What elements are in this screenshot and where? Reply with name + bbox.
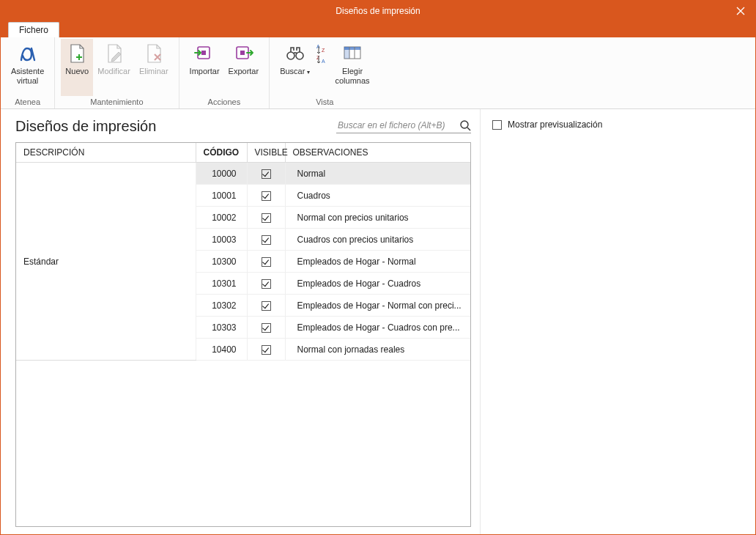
cell-codigo: 10302: [196, 295, 247, 317]
data-grid[interactable]: DESCRIPCIÓN CÓDIGO VISIBLE OBSERVACIONES…: [16, 143, 470, 361]
table-row[interactable]: Estándar10000Normal: [16, 163, 470, 185]
th-descripcion[interactable]: DESCRIPCIÓN: [16, 143, 196, 163]
svg-rect-2: [201, 51, 206, 55]
checkbox-icon: [262, 213, 271, 223]
th-visible[interactable]: VISIBLE: [247, 143, 285, 163]
importar-button[interactable]: Importar: [185, 39, 224, 96]
checkbox-icon: [262, 257, 271, 267]
sort-az-icon: A Z Z A: [316, 42, 329, 65]
right-pane: Mostrar previsualización: [481, 109, 755, 534]
close-button[interactable]: [726, 1, 755, 21]
search-icon[interactable]: [459, 119, 471, 131]
asistente-virtual-button[interactable]: Asistente virtual: [7, 39, 48, 96]
cell-observaciones: Normal: [285, 163, 470, 185]
modificar-button[interactable]: Modificar: [93, 39, 135, 96]
eliminar-button[interactable]: Eliminar: [135, 39, 173, 96]
cell-observaciones: Normal con jornadas reales: [285, 339, 470, 361]
svg-point-14: [461, 121, 468, 128]
cell-visible[interactable]: [247, 317, 285, 339]
asistente-virtual-label: Asistente virtual: [11, 67, 44, 85]
group-title-mantenimiento: Mantenimiento: [61, 96, 172, 108]
alpha-icon: [16, 42, 40, 65]
left-pane: Diseños de impresión DESCRIPCIÓN CÓDIGO …: [1, 109, 481, 534]
import-icon: [193, 42, 216, 65]
ribbon-group-atenea: Asistente virtual Atenea: [1, 37, 55, 108]
ribbon-tabbar: Fichero: [1, 21, 755, 37]
cell-visible[interactable]: [247, 295, 285, 317]
page-title: Diseños de impresión: [15, 118, 156, 135]
cell-visible[interactable]: [247, 273, 285, 295]
group-title-vista: Vista: [275, 96, 374, 108]
checkbox-icon: [262, 191, 271, 201]
cell-observaciones: Empleados de Hogar - Normal con preci...: [285, 295, 470, 317]
cell-observaciones: Cuadros: [285, 185, 470, 207]
elegir-columnas-button[interactable]: Elegir columnas: [330, 39, 374, 96]
checkbox-icon: [262, 279, 271, 289]
cell-observaciones: Empleados de Hogar - Normal: [285, 251, 470, 273]
cell-observaciones: Normal con precios unitarios: [285, 207, 470, 229]
modificar-label: Modificar: [97, 67, 130, 76]
nuevo-label: Nuevo: [65, 67, 89, 76]
table-header-row: DESCRIPCIÓN CÓDIGO VISIBLE OBSERVACIONES: [16, 143, 470, 163]
cell-codigo: 10300: [196, 251, 247, 273]
ribbon-group-mantenimiento: Nuevo Modificar: [55, 37, 179, 108]
columns-icon: [341, 42, 364, 65]
cell-codigo: 10303: [196, 317, 247, 339]
checkbox-icon: [262, 301, 271, 311]
preview-checkbox[interactable]: Mostrar previsualización: [492, 119, 744, 130]
edit-document-icon: [103, 42, 126, 65]
ribbon-group-vista: Buscar ▾ A Z Z A: [270, 37, 379, 108]
export-icon: [231, 42, 255, 65]
group-title-acciones: Acciones: [185, 96, 264, 108]
svg-point-5: [287, 52, 294, 59]
ribbon: Asistente virtual Atenea Nuevo: [1, 37, 755, 109]
checkbox-box: [492, 120, 502, 130]
table-container: DESCRIPCIÓN CÓDIGO VISIBLE OBSERVACIONES…: [15, 142, 471, 527]
cell-codigo: 10000: [196, 163, 247, 185]
cell-visible[interactable]: [247, 339, 285, 361]
cell-codigo: 10400: [196, 339, 247, 361]
new-document-icon: [65, 42, 89, 65]
exportar-label: Exportar: [229, 67, 259, 76]
buscar-label: Buscar ▾: [280, 67, 310, 76]
checkbox-icon: [262, 169, 271, 179]
cell-visible[interactable]: [247, 229, 285, 251]
cell-codigo: 10001: [196, 185, 247, 207]
buscar-button[interactable]: Buscar ▾: [275, 39, 314, 96]
delete-document-icon: [142, 42, 166, 65]
cell-codigo: 10301: [196, 273, 247, 295]
exportar-button[interactable]: Exportar: [224, 39, 264, 96]
cell-visible[interactable]: [247, 185, 285, 207]
importar-label: Importar: [190, 67, 220, 76]
cell-visible[interactable]: [247, 251, 285, 273]
svg-text:Z: Z: [322, 48, 325, 53]
tab-fichero[interactable]: Fichero: [8, 22, 59, 37]
pane-header: Diseños de impresión: [15, 118, 471, 135]
elegir-columnas-label: Elegir columnas: [335, 67, 369, 85]
svg-point-6: [296, 52, 303, 59]
group-title-atenea: Atenea: [7, 96, 48, 108]
svg-text:A: A: [322, 59, 325, 64]
eliminar-label: Eliminar: [139, 67, 168, 76]
group-description: Estándar: [16, 163, 196, 361]
cell-observaciones: Cuadros con precios unitarios: [285, 229, 470, 251]
cell-observaciones: Empleados de Hogar - Cuadros: [285, 273, 470, 295]
checkbox-icon: [262, 235, 271, 245]
cell-visible[interactable]: [247, 163, 285, 185]
binoculars-icon: [284, 42, 307, 65]
cell-codigo: 10002: [196, 207, 247, 229]
titlebar: Diseños de impresión: [1, 1, 755, 21]
th-observaciones[interactable]: OBSERVACIONES: [285, 143, 470, 163]
nuevo-button[interactable]: Nuevo: [61, 39, 93, 96]
search-input[interactable]: [336, 119, 453, 131]
cell-codigo: 10003: [196, 229, 247, 251]
cell-visible[interactable]: [247, 207, 285, 229]
th-codigo[interactable]: CÓDIGO: [196, 143, 247, 163]
content-area: Diseños de impresión DESCRIPCIÓN CÓDIGO …: [1, 109, 755, 534]
cell-observaciones: Empleados de Hogar - Cuadros con pre...: [285, 317, 470, 339]
close-icon: [736, 7, 745, 15]
checkbox-icon: [262, 323, 271, 333]
sort-az-button[interactable]: A Z Z A: [314, 39, 330, 96]
window-title: Diseños de impresión: [1, 6, 755, 16]
svg-rect-13: [344, 47, 349, 59]
